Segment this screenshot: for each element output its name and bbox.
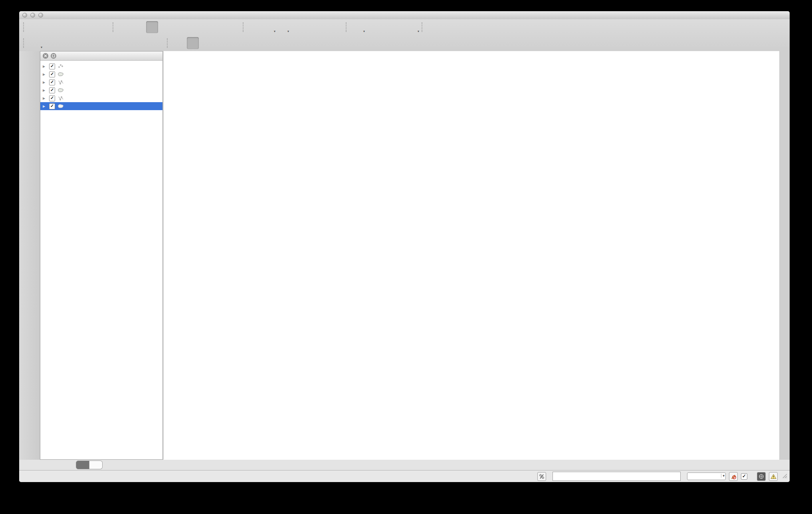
resize-grip-icon[interactable] bbox=[782, 473, 787, 480]
zoom-window-button[interactable] bbox=[38, 13, 43, 18]
zoom-full-extent-button[interactable] bbox=[187, 21, 199, 33]
polygon-layer-icon bbox=[57, 71, 65, 77]
run-feature-action-button[interactable] bbox=[263, 21, 275, 33]
refresh-map-button[interactable] bbox=[228, 21, 240, 33]
new-print-composer-button[interactable] bbox=[84, 21, 96, 33]
text-annotation-button[interactable] bbox=[406, 21, 418, 33]
add-delimited-text-layer-button[interactable] bbox=[23, 181, 36, 195]
main-content bbox=[19, 51, 790, 460]
expand-arrow-icon[interactable] bbox=[43, 97, 47, 100]
move-label-button[interactable] bbox=[241, 37, 253, 49]
node-tool-button[interactable] bbox=[97, 37, 109, 49]
coordinate-toggle-icon[interactable] bbox=[537, 472, 546, 481]
layer-row-landuse[interactable] bbox=[40, 102, 162, 110]
open-attribute-table-button[interactable] bbox=[317, 21, 329, 33]
remove-layer-button[interactable] bbox=[23, 212, 36, 226]
toggle-editing-button[interactable] bbox=[43, 37, 55, 49]
expand-arrow-icon[interactable] bbox=[43, 81, 47, 84]
map-canvas[interactable] bbox=[164, 51, 779, 460]
add-raster-layer-button[interactable] bbox=[23, 72, 36, 86]
layer-visibility-checkbox[interactable] bbox=[49, 103, 55, 109]
minimize-window-button[interactable] bbox=[30, 13, 35, 18]
open-project-button[interactable] bbox=[43, 21, 55, 33]
composer-manager-button[interactable] bbox=[97, 21, 109, 33]
zoom-actual-size-button[interactable] bbox=[173, 21, 185, 33]
panel-close-icon[interactable] bbox=[43, 53, 48, 59]
toolbar-separator bbox=[167, 38, 170, 48]
pin-labels-button[interactable] bbox=[187, 37, 199, 49]
layer-row-roads[interactable] bbox=[40, 78, 162, 86]
save-project-button[interactable] bbox=[57, 21, 69, 33]
log-messages-icon[interactable] bbox=[769, 472, 778, 481]
add-vector-layer-button[interactable] bbox=[23, 57, 36, 70]
render-checkbox[interactable] bbox=[741, 473, 747, 480]
add-mssql-layer-button[interactable] bbox=[23, 119, 36, 132]
paste-features-button[interactable] bbox=[152, 37, 164, 49]
coordinate-input[interactable] bbox=[553, 472, 681, 481]
expand-arrow-icon[interactable] bbox=[43, 65, 47, 68]
zoom-in-button[interactable] bbox=[146, 21, 158, 33]
expand-arrow-icon[interactable] bbox=[43, 89, 47, 92]
add-wms-layer-button[interactable] bbox=[23, 134, 36, 148]
deselect-features-button[interactable] bbox=[290, 21, 302, 33]
expand-arrow-icon[interactable] bbox=[43, 73, 47, 76]
add-wcs-layer-button[interactable] bbox=[23, 150, 36, 164]
point-layer-icon bbox=[57, 63, 65, 69]
new-spatialite-layer-button[interactable] bbox=[23, 197, 36, 210]
field-calculator-button[interactable] bbox=[331, 21, 343, 33]
layer-row-water[interactable] bbox=[40, 86, 162, 94]
layer-row-rivers[interactable] bbox=[40, 94, 162, 102]
new-project-button[interactable] bbox=[30, 21, 42, 33]
measure-line-button[interactable] bbox=[352, 21, 364, 33]
tab-browser[interactable] bbox=[89, 461, 103, 469]
save-layer-edits-button[interactable] bbox=[57, 37, 69, 49]
select-features-button[interactable] bbox=[276, 21, 288, 33]
toolbar-separator bbox=[346, 22, 349, 32]
zoom-next-button[interactable] bbox=[214, 21, 226, 33]
copy-features-button[interactable] bbox=[138, 37, 150, 49]
add-feature-button[interactable] bbox=[70, 37, 82, 49]
expand-arrow-icon[interactable] bbox=[43, 105, 47, 108]
layer-visibility-checkbox[interactable] bbox=[49, 79, 55, 85]
zoom-out-button[interactable] bbox=[160, 21, 172, 33]
labeling-options-button[interactable] bbox=[173, 37, 185, 49]
layer-visibility-checkbox[interactable] bbox=[49, 95, 55, 101]
new-bookmark-button[interactable] bbox=[379, 21, 391, 33]
delete-selected-button[interactable] bbox=[111, 37, 123, 49]
help-contents-button[interactable] bbox=[428, 21, 440, 33]
panel-float-icon[interactable] bbox=[51, 53, 56, 59]
layer-row-buildings[interactable] bbox=[40, 70, 162, 78]
current-edits-button[interactable] bbox=[30, 37, 42, 49]
highlight-pinned-labels-button[interactable] bbox=[214, 37, 226, 49]
show-hide-labels-button[interactable] bbox=[228, 37, 240, 49]
crs-status-icon[interactable] bbox=[757, 472, 766, 481]
show-bookmarks-button[interactable] bbox=[393, 21, 405, 33]
scale-combobox[interactable] bbox=[687, 472, 726, 480]
add-postgis-layer-button[interactable] bbox=[23, 88, 36, 101]
layer-visibility-checkbox[interactable] bbox=[49, 63, 55, 69]
select-by-expression-button[interactable] bbox=[303, 21, 315, 33]
pan-map-button[interactable] bbox=[119, 21, 131, 33]
change-label-button[interactable] bbox=[268, 37, 280, 49]
save-project-as-button[interactable] bbox=[70, 21, 82, 33]
identify-features-button[interactable] bbox=[249, 21, 261, 33]
close-window-button[interactable] bbox=[22, 13, 27, 18]
pan-to-selection-button[interactable] bbox=[133, 21, 145, 33]
move-feature-button[interactable] bbox=[84, 37, 96, 49]
rotate-label-button[interactable] bbox=[255, 37, 267, 49]
qgis-window bbox=[19, 11, 790, 482]
layer-visibility-checkbox[interactable] bbox=[49, 87, 55, 93]
stop-rendering-icon[interactable] bbox=[729, 472, 738, 481]
titlebar[interactable] bbox=[19, 11, 790, 20]
add-spatialite-layer-button[interactable] bbox=[23, 103, 36, 117]
add-wfs-layer-button[interactable] bbox=[23, 166, 36, 179]
status-bar bbox=[19, 470, 790, 482]
cut-features-button[interactable] bbox=[125, 37, 137, 49]
layer-visibility-checkbox[interactable] bbox=[49, 71, 55, 77]
zoom-last-button[interactable] bbox=[200, 21, 212, 33]
whats-this-button[interactable] bbox=[442, 21, 454, 33]
map-tips-button[interactable] bbox=[366, 21, 378, 33]
unpin-labels-button[interactable] bbox=[200, 37, 212, 49]
layer-row-places[interactable] bbox=[40, 62, 162, 70]
tab-layers[interactable] bbox=[76, 461, 89, 469]
